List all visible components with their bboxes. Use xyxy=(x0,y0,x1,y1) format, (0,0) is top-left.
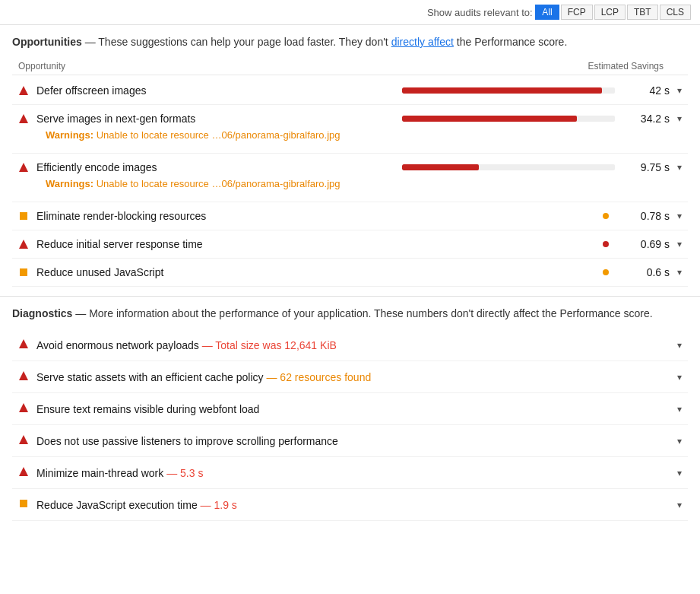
row-webfont[interactable]: Ensure text remains visible during webfo… xyxy=(12,393,688,425)
chevron-icon: ▾ xyxy=(677,404,682,415)
bar-area xyxy=(569,269,615,275)
row-label: Serve images in next-gen formats xyxy=(36,113,402,125)
warning-label: Warnings: xyxy=(46,178,93,189)
row-encode-images[interactable]: Efficiently encode images 9.75 s ▾ Warni… xyxy=(12,154,688,202)
chevron-icon: ▾ xyxy=(677,113,682,124)
diag-sub: — 5.3 s xyxy=(166,467,203,479)
savings-value: 0.6 s xyxy=(624,266,670,278)
orange-square-icon xyxy=(18,267,29,278)
diagnostics-header: Diagnostics — More information about the… xyxy=(12,306,688,322)
opportunities-desc: — These suggestions can help your page l… xyxy=(82,36,391,48)
warning-text: Unable to locate resource …06/panorama-g… xyxy=(97,129,340,141)
row-defer-offscreen[interactable]: Defer offscreen images 42 s ▾ xyxy=(12,77,688,105)
row-render-blocking[interactable]: Eliminate render-blocking resources 0.78… xyxy=(12,202,688,230)
opportunities-header: Opportunities — These suggestions can he… xyxy=(12,34,688,50)
filter-fcp[interactable]: FCP xyxy=(561,5,593,20)
svg-marker-8 xyxy=(19,403,28,412)
chevron-icon: ▾ xyxy=(677,340,682,351)
bar-area xyxy=(402,87,615,94)
diag-label: Ensure text remains visible during webfo… xyxy=(36,403,677,415)
filter-all[interactable]: All xyxy=(535,5,559,20)
svg-marker-0 xyxy=(19,86,28,95)
bar-track xyxy=(402,87,615,94)
orange-square-icon xyxy=(18,498,29,511)
filter-label: Show audits relevant to: xyxy=(427,7,533,18)
chevron-icon: ▾ xyxy=(677,211,682,221)
orange-square-icon xyxy=(18,211,29,221)
savings-value: 34.2 s xyxy=(624,113,670,125)
red-triangle-icon xyxy=(18,239,29,249)
row-cache-policy[interactable]: Serve static assets with an efficient ca… xyxy=(12,361,688,393)
col-opportunity: Opportunity xyxy=(18,61,65,71)
filter-lcp[interactable]: LCP xyxy=(594,5,626,20)
savings-value: 9.75 s xyxy=(624,161,670,173)
bar-dot xyxy=(603,213,609,219)
diag-label: Does not use passive listeners to improv… xyxy=(36,435,677,447)
chevron-icon: ▾ xyxy=(677,85,682,96)
row-js-execution[interactable]: Reduce JavaScript execution time — 1.9 s… xyxy=(12,489,688,521)
bar-fill xyxy=(402,87,602,94)
row-passive-listeners[interactable]: Does not use passive listeners to improv… xyxy=(12,425,688,457)
filter-buttons: All FCP LCP TBT CLS xyxy=(535,5,691,20)
warning-row: Warnings: Unable to locate resource …06/… xyxy=(18,173,682,194)
svg-marker-7 xyxy=(19,371,28,380)
svg-rect-11 xyxy=(20,500,27,507)
diag-sub: — 1.9 s xyxy=(201,499,237,511)
bar-dot xyxy=(603,269,609,275)
opportunities-section: Opportunities — These suggestions can he… xyxy=(0,25,700,293)
chevron-icon: ▾ xyxy=(677,162,682,173)
bar-dot xyxy=(603,241,609,247)
red-triangle-icon xyxy=(18,370,29,383)
svg-marker-10 xyxy=(19,467,28,476)
diagnostics-link[interactable]: directly affect xyxy=(477,307,539,319)
diagnostics-section: Diagnostics — More information about the… xyxy=(0,296,700,527)
row-next-gen-formats[interactable]: Serve images in next-gen formats 34.2 s … xyxy=(12,105,688,154)
chevron-icon: ▾ xyxy=(677,436,682,446)
red-triangle-icon xyxy=(18,338,29,351)
red-triangle-icon xyxy=(18,402,29,415)
diag-label: Reduce JavaScript execution time — 1.9 s xyxy=(36,499,677,511)
svg-marker-1 xyxy=(19,114,28,123)
bar-track xyxy=(402,116,615,122)
row-label: Reduce initial server response time xyxy=(36,238,569,250)
savings-value: 42 s xyxy=(624,84,670,97)
savings-value: 0.69 s xyxy=(624,238,670,250)
filter-bar: Show audits relevant to: All FCP LCP TBT… xyxy=(0,0,700,25)
row-main-thread[interactable]: Minimize main-thread work — 5.3 s ▾ xyxy=(12,457,688,489)
svg-rect-5 xyxy=(20,268,27,276)
diag-label: Avoid enormous network payloads — Total … xyxy=(36,339,677,351)
warning-label: Warnings: xyxy=(46,129,93,141)
row-unused-js[interactable]: Reduce unused JavaScript 0.6 s ▾ xyxy=(12,259,688,287)
bar-area xyxy=(569,241,615,247)
chevron-icon: ▾ xyxy=(677,372,682,383)
row-label: Efficiently encode images xyxy=(36,161,402,173)
bar-area xyxy=(569,213,615,219)
diag-label: Minimize main-thread work — 5.3 s xyxy=(36,467,677,479)
svg-marker-4 xyxy=(19,240,28,249)
diag-sub: — 62 resources found xyxy=(266,371,371,383)
svg-rect-3 xyxy=(20,212,27,220)
row-label: Eliminate render-blocking resources xyxy=(36,210,569,222)
diagnostics-title: Diagnostics xyxy=(12,307,72,319)
chevron-icon: ▾ xyxy=(677,468,682,478)
warning-row: Warnings: Unable to locate resource …06/… xyxy=(18,125,682,145)
red-triangle-icon xyxy=(18,162,29,173)
filter-cls[interactable]: CLS xyxy=(660,5,691,20)
red-triangle-icon xyxy=(18,434,29,447)
svg-marker-6 xyxy=(19,339,28,348)
svg-marker-9 xyxy=(19,435,28,444)
chevron-icon: ▾ xyxy=(677,239,682,249)
diag-sub: — Total size was 12,641 KiB xyxy=(202,339,337,351)
row-server-response[interactable]: Reduce initial server response time 0.69… xyxy=(12,230,688,259)
chevron-icon: ▾ xyxy=(677,267,682,278)
chevron-icon: ▾ xyxy=(677,500,682,510)
column-headers: Opportunity Estimated Savings xyxy=(12,58,688,75)
opportunities-desc2: the Performance score. xyxy=(454,36,567,48)
opportunities-link[interactable]: directly affect xyxy=(391,36,454,48)
bar-track xyxy=(402,164,615,170)
row-network-payloads[interactable]: Avoid enormous network payloads — Total … xyxy=(12,329,688,361)
bar-fill xyxy=(402,164,479,170)
bar-area xyxy=(402,116,615,122)
savings-value: 0.78 s xyxy=(624,210,670,222)
filter-tbt[interactable]: TBT xyxy=(627,5,658,20)
